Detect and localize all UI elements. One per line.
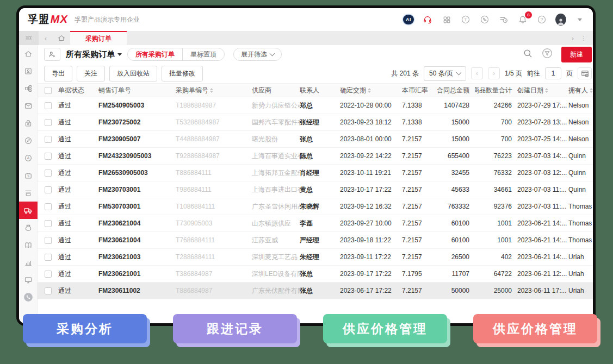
phone-icon[interactable] <box>479 14 490 25</box>
row-checkbox[interactable] <box>45 136 52 143</box>
headset-icon[interactable] <box>422 14 433 25</box>
sidebar-item-ledger-book[interactable] <box>19 236 38 254</box>
next-page-button[interactable]: › <box>488 67 500 79</box>
new-button[interactable]: 新建 <box>561 47 592 62</box>
row-checkbox[interactable] <box>45 170 52 177</box>
sidebar-item-whatsapp[interactable] <box>19 288 38 306</box>
table-row[interactable]: 通过FM2540905003T1886884987新势力供应链公司郑总2022-… <box>38 97 596 114</box>
row-checkbox[interactable] <box>45 153 52 160</box>
chevron-down-icon[interactable] <box>574 14 585 25</box>
view-switch-icon[interactable] <box>44 48 60 61</box>
row-checkbox[interactable] <box>45 271 52 278</box>
cell-qty: 700 <box>475 135 517 143</box>
sidebar-item-mail[interactable] <box>19 97 38 115</box>
sidebar-item-marketing-a[interactable]: A <box>19 149 38 167</box>
view-title: 所有采购订单 <box>66 49 115 60</box>
cell-delivery: 2023-09-27 10:00 <box>340 219 402 227</box>
cell-amount: 60100 <box>434 219 475 227</box>
tab-more-icon[interactable]: ⋮ <box>580 35 586 42</box>
table-row[interactable]: 通过FM530703001T1086884111广东圣雪休闲用品...朱晓辉20… <box>38 198 596 215</box>
row-checkbox[interactable] <box>45 254 52 261</box>
sidebar-item-org-tree[interactable] <box>19 80 38 97</box>
sidebar-collapse-icon[interactable] <box>19 31 39 45</box>
select-all-checkbox[interactable] <box>45 87 52 94</box>
segment-1[interactable]: 星标置顶 <box>183 48 224 60</box>
column-settings-icon[interactable] <box>578 67 592 79</box>
sidebar-item-compass[interactable] <box>19 132 38 149</box>
sidebar-item-finance-moneybag[interactable] <box>19 219 38 236</box>
sort-icon[interactable] <box>590 88 593 93</box>
activity-log-icon[interactable] <box>498 14 509 25</box>
home-tab-icon[interactable] <box>53 31 70 45</box>
cell-sales_no: FM230621001 <box>98 270 176 278</box>
cell-created: 2023-06-11 17:... <box>517 287 568 294</box>
quick-action-2[interactable]: 供应价格管理 <box>323 314 447 343</box>
sidebar-item-workbench-monitor[interactable] <box>19 271 38 288</box>
avatar-icon[interactable] <box>555 14 566 25</box>
tab-back-icon[interactable]: ‹ <box>39 31 53 45</box>
row-checkbox[interactable] <box>45 237 52 244</box>
sidebar-item-archive[interactable] <box>19 184 38 202</box>
view-title-dropdown[interactable]: 所有采购订单 <box>66 49 122 60</box>
sort-icon[interactable] <box>368 88 371 93</box>
quick-action-0[interactable]: 采购分析 <box>23 314 147 343</box>
tab-forward-icon[interactable]: › <box>572 34 574 42</box>
sidebar-item-contacts[interactable] <box>19 62 38 80</box>
table-row[interactable]: 通过FM230621003T2886884111深圳麦克工艺品朱经理2023-0… <box>38 249 596 266</box>
table-row[interactable]: 通过FM230611002T886884987广东光伏配件有限...张总2023… <box>38 283 596 299</box>
sort-icon[interactable] <box>210 88 213 93</box>
cell-created: 2023-06-21 14:... <box>517 253 568 261</box>
sort-icon[interactable] <box>545 88 548 93</box>
table-row[interactable]: 通过FM243230905003T92886884987上海百事通实业有...陈… <box>38 148 596 165</box>
cell-owner: Thomas <box>568 236 596 244</box>
cell-supplier: 国邦汽车零配件有... <box>252 118 300 127</box>
toolbar-button-3[interactable]: 批量修改 <box>162 66 203 81</box>
expand-filter-button[interactable]: 展开筛选 <box>233 48 282 61</box>
toolbar-button-1[interactable]: 关注 <box>77 66 105 81</box>
cell-delivery: 2023-09-12 16:32 <box>340 203 402 210</box>
row-checkbox[interactable] <box>45 287 52 294</box>
cell-created: 2023-06-21 12:... <box>517 270 568 278</box>
page-size-select[interactable]: 50 条/页 <box>424 66 466 81</box>
cell-rate: 7.2157 <box>402 186 434 193</box>
sidebar-item-home[interactable] <box>19 45 38 62</box>
goto-page-input[interactable] <box>545 67 561 79</box>
help-icon[interactable]: ? <box>536 14 547 25</box>
table-row[interactable]: 通过FM230905007T44886884987曙光股份张总2023-08-0… <box>38 131 596 148</box>
notification-bell-icon[interactable]: 8 <box>517 14 528 25</box>
table-row[interactable]: 通过FM230621001T386884987深圳LED设备有限...张总202… <box>38 266 596 283</box>
quick-action-1[interactable]: 跟进记录 <box>173 314 297 343</box>
sidebar-item-products-bag[interactable] <box>19 115 38 132</box>
table-row[interactable]: 通过FM230725002T53286884987国邦汽车零配件有...张经理2… <box>38 114 596 131</box>
toolbar-button-0[interactable]: 导出 <box>44 66 72 81</box>
task-t-icon[interactable]: T <box>460 14 471 25</box>
cell-rate: 7.2157 <box>402 253 434 261</box>
cell-amount: 32455 <box>434 169 475 177</box>
apps-grid-icon[interactable] <box>441 14 452 25</box>
column-header[interactable]: 确定交期 <box>340 86 402 95</box>
row-checkbox[interactable] <box>45 102 52 109</box>
column-header[interactable]: 创建日期 <box>517 86 568 95</box>
tab-purchase-orders[interactable]: 采购订单 <box>70 31 127 45</box>
sidebar-item-report-chart[interactable] <box>19 254 38 271</box>
column-header[interactable]: 采购单编号 <box>176 86 252 95</box>
column-header[interactable]: 拥有人 <box>568 86 596 95</box>
cell-owner: Thomas <box>568 203 596 210</box>
prev-page-button[interactable]: ‹ <box>471 67 483 79</box>
quick-action-3[interactable]: 供应价格管理 <box>473 314 597 343</box>
sidebar-item-sales-s[interactable]: S <box>19 167 38 184</box>
segment-0[interactable]: 所有采购订单 <box>128 48 183 60</box>
toolbar-button-2[interactable]: 放入回收站 <box>109 66 157 81</box>
search-icon[interactable] <box>523 48 533 61</box>
table-row[interactable]: 通过FM230621004T7686884111江苏亚威严经理2023-09-1… <box>38 232 596 249</box>
row-checkbox[interactable] <box>45 220 52 227</box>
row-checkbox[interactable] <box>45 119 52 126</box>
row-checkbox[interactable] <box>45 186 52 193</box>
ai-assistant-icon[interactable]: AI <box>403 14 414 25</box>
filter-funnel-icon[interactable] <box>542 48 553 61</box>
sidebar-item-procurement-truck[interactable] <box>19 202 38 219</box>
table-row[interactable]: 通过FM230621004T730905003山东镇源供应李磊2023-09-2… <box>38 215 596 232</box>
table-row[interactable]: 通过FM230703001T986884111上海百事进出口有...黄总2023… <box>38 181 596 198</box>
table-row[interactable]: 通过FM26530905003T886884111上海拓邦五金配件...肖经理2… <box>38 165 596 181</box>
row-checkbox[interactable] <box>45 203 52 210</box>
